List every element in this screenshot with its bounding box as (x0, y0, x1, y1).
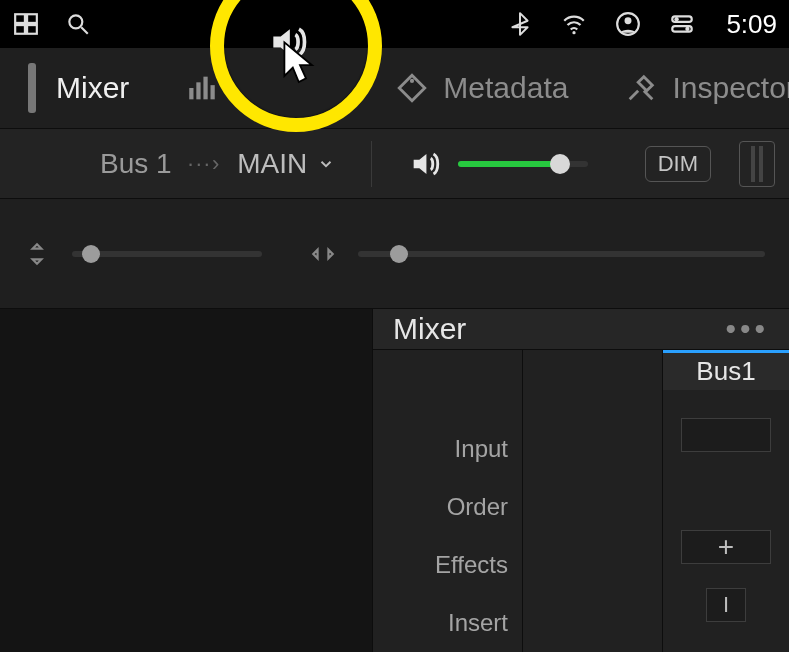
mixer-panel-body: Input Order Effects Insert Bus1 + I (372, 349, 789, 652)
toggles-icon (668, 10, 696, 38)
tab-meters[interactable] (157, 48, 247, 128)
bus-name[interactable]: Bus 1 (100, 148, 172, 180)
tracks-panel (0, 309, 372, 652)
svg-rect-3 (27, 25, 37, 34)
svg-line-5 (81, 27, 88, 34)
add-effect-button[interactable]: + (681, 530, 771, 564)
svg-point-17 (410, 79, 414, 83)
mixer-panel: Mixer ••• Input Order Effects Insert Bus… (372, 309, 789, 652)
dim-button[interactable]: DIM (645, 146, 711, 182)
tab-metadata[interactable]: Metadata (367, 48, 596, 128)
app-toolbar: Mixer Metadata Inspector (0, 48, 789, 128)
chevron-down-icon (317, 155, 335, 173)
timeline-zoom-row (0, 198, 789, 308)
horizontal-zoom-icon (310, 241, 336, 267)
svg-rect-16 (211, 85, 215, 99)
mixer-channel-bus1: Bus1 + I (663, 350, 789, 652)
svg-point-8 (625, 17, 632, 24)
tools-icon (624, 71, 658, 105)
slider-thumb[interactable] (390, 245, 408, 263)
bluetooth-icon (506, 10, 534, 38)
wifi-icon (560, 10, 588, 38)
svg-rect-15 (204, 77, 208, 100)
svg-point-4 (69, 15, 82, 28)
row-label-effects: Effects (373, 536, 522, 594)
vertical-zoom-icon (24, 241, 50, 267)
tab-inspector[interactable]: Inspector (596, 48, 789, 128)
input-slot[interactable] (681, 418, 771, 452)
tab-mixer-label: Mixer (56, 71, 129, 105)
bus-destination-dropdown[interactable]: MAIN (237, 148, 335, 180)
svg-rect-1 (27, 14, 37, 23)
svg-rect-14 (197, 82, 201, 99)
search-icon[interactable] (64, 10, 92, 38)
system-status-bar: 5:09 (0, 0, 789, 48)
slider-thumb[interactable] (82, 245, 100, 263)
channel-name: Bus1 (696, 356, 755, 387)
tab-metadata-label: Metadata (443, 71, 568, 105)
monitor-volume-slider[interactable] (458, 161, 588, 167)
svg-rect-0 (15, 14, 25, 23)
account-icon (614, 10, 642, 38)
insert-slot[interactable]: I (706, 588, 746, 622)
route-arrow-icon: ···› (188, 151, 222, 177)
svg-rect-2 (15, 25, 25, 34)
horizontal-zoom-slider[interactable] (358, 251, 765, 257)
vertical-zoom-slider[interactable] (72, 251, 262, 257)
bottom-area: Mixer ••• Input Order Effects Insert Bus… (0, 308, 789, 652)
volume-fill (458, 161, 559, 167)
tag-icon (395, 71, 429, 105)
mixer-row-labels: Input Order Effects Insert (373, 350, 523, 652)
svg-rect-13 (190, 88, 194, 99)
bus-destination-label: MAIN (237, 148, 307, 180)
mixer-panel-header: Mixer ••• (372, 309, 789, 349)
output-meter (739, 141, 775, 187)
svg-point-6 (573, 31, 576, 34)
mixer-fader-icon (28, 63, 36, 113)
panels-icon (12, 10, 40, 38)
channel-header[interactable]: Bus1 (663, 350, 789, 390)
tab-inspector-label: Inspector (672, 71, 789, 105)
divider (371, 141, 372, 187)
mixer-panel-menu[interactable]: ••• (725, 312, 769, 346)
clock: 5:09 (726, 9, 777, 40)
row-label-insert: Insert (373, 594, 522, 652)
monitor-speaker-icon[interactable] (408, 147, 442, 181)
volume-thumb[interactable] (550, 154, 570, 174)
tab-mixer[interactable]: Mixer (0, 48, 157, 128)
row-label-order: Order (373, 478, 522, 536)
bus-routing-strip: Bus 1 ···› MAIN DIM (0, 128, 789, 198)
mixer-panel-title: Mixer (393, 312, 466, 346)
row-label-input: Input (373, 420, 522, 478)
meters-icon (185, 71, 219, 105)
mixer-blank-column (523, 350, 663, 652)
speaker-icon (266, 20, 310, 64)
svg-point-12 (686, 27, 690, 31)
svg-point-10 (675, 17, 679, 21)
